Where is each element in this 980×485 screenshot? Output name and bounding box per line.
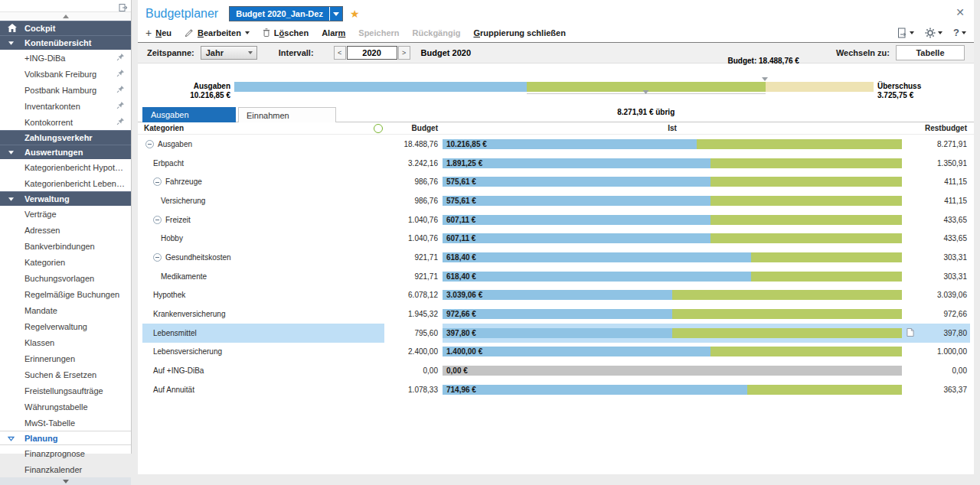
budget-select-value: Budget 2020_Jan-Dez xyxy=(230,7,329,21)
sidebar-item-kategorienbericht-lebensversiche[interactable]: Kategorienbericht Lebensversiche... xyxy=(0,175,131,191)
budget-bar-fill xyxy=(443,158,710,168)
collapse-minus-icon[interactable] xyxy=(153,216,162,224)
sidebar-header-kontenübersicht[interactable]: Kontenübersicht xyxy=(0,35,131,50)
pin-icon[interactable] xyxy=(116,101,125,111)
collapse-minus-icon[interactable] xyxy=(145,140,154,148)
rueckgaengig-button[interactable]: Rückgängig xyxy=(413,28,461,37)
table-row-freizeit[interactable]: Freizeit 1.040,76 607,11 € 433,65 xyxy=(138,210,974,229)
interval-value-field[interactable]: 2020 xyxy=(347,46,397,60)
panel-collapse-icon[interactable] xyxy=(119,2,128,15)
close-icon[interactable]: ✕ xyxy=(956,6,965,18)
budget-value: 921,71 xyxy=(384,272,443,281)
sidebar-item-ing-diba[interactable]: +ING-DiBa xyxy=(0,50,131,66)
loeschen-button[interactable]: Löschen xyxy=(263,28,309,37)
wechseln-label: Wechseln zu: xyxy=(836,48,890,57)
tab-strip: Ausgaben Einnahmen xyxy=(138,107,974,122)
pin-icon[interactable] xyxy=(116,69,125,79)
rest-cell: 411,15 xyxy=(902,191,970,210)
sidebar-item-inventarkonten[interactable]: Inventarkonten xyxy=(0,98,131,114)
budget-bar-track: 0,00 € xyxy=(443,366,902,376)
sidebar-scroll-up[interactable] xyxy=(0,12,131,21)
table-row-auf-annuität[interactable]: Auf Annuität 1.078,33 714,96 € 363,37 xyxy=(138,380,974,399)
category-name: Ausgaben xyxy=(158,140,192,148)
sidebar-header-auswertungen[interactable]: Auswertungen xyxy=(0,145,131,159)
interval-next-button[interactable]: > xyxy=(398,46,410,60)
budget-bar-track: 618,40 € xyxy=(443,272,902,282)
neu-button[interactable]: + Neu xyxy=(145,28,172,37)
sidebar-header-zahlungsverkehr[interactable]: Zahlungsverkehr xyxy=(0,130,131,145)
sidebar-item-erinnerungen[interactable]: Erinnerungen xyxy=(0,350,131,366)
pin-icon[interactable] xyxy=(116,85,125,95)
collapse-minus-icon[interactable] xyxy=(153,177,162,186)
bearbeiten-button[interactable]: Bearbeiten xyxy=(185,28,250,37)
sidebar-item-regelmäßige-buchungen[interactable]: Regelmäßige Buchungen xyxy=(0,286,131,302)
pin-icon[interactable] xyxy=(116,53,125,63)
table-row-lebensversicherung[interactable]: Lebensversicherung 2.400,00 1.400,00 € 1… xyxy=(138,343,974,362)
sidebar-item-volksbank-freiburg[interactable]: Volksbank Freiburg xyxy=(0,66,131,82)
restbudget-value: 3.039,06 xyxy=(937,291,967,299)
table-row-hobby[interactable]: Hobby 1.040,76 607,11 € 433,65 xyxy=(138,229,974,248)
table-row-lebensmittel[interactable]: Lebensmittel 795,60 397,80 € 397,80 xyxy=(138,324,974,343)
budget-value: 986,76 xyxy=(384,197,443,205)
table-row-auf-ing-diba[interactable]: Auf +ING-DiBa 0,00 0,00 € 0,00 xyxy=(138,361,974,380)
budget-bar-fill xyxy=(443,252,751,262)
sidebar-item-suchen-ersetzen[interactable]: Suchen & Ersetzen xyxy=(0,366,131,382)
ist-value: 1.400,00 € xyxy=(446,347,482,356)
category-name: Freizeit xyxy=(165,216,191,224)
table-row-hypothek[interactable]: Hypothek 6.078,12 3.039,06 € 3.039,06 xyxy=(138,286,974,305)
alarm-button[interactable]: Alarm xyxy=(322,28,345,37)
sidebar-item-adressen[interactable]: Adressen xyxy=(0,222,131,238)
table-row-krankenversicherung[interactable]: Krankenversicherung 1.945,32 972,66 € 97… xyxy=(138,304,974,324)
export-button[interactable] xyxy=(897,28,914,38)
tab-ausgaben[interactable]: Ausgaben xyxy=(142,107,236,122)
collapse-minus-icon[interactable] xyxy=(153,253,162,262)
sidebar-item-kontokorrent[interactable]: Kontokorrent xyxy=(0,114,131,130)
sidebar-item-buchungsvorlagen[interactable]: Buchungsvorlagen xyxy=(0,270,131,286)
table-row-medikamente[interactable]: Medikamente 921,71 618,40 € 303,31 xyxy=(138,267,974,286)
sidebar-header-planung[interactable]: Planung xyxy=(0,431,131,445)
table-row-ausgaben[interactable]: Ausgaben 18.488,76 10.216,85 € 8.271,91 xyxy=(138,135,974,154)
ist-bar-cell: 618,40 € xyxy=(443,248,902,267)
sidebar-item-finanzprognose[interactable]: Finanzprognose xyxy=(0,445,131,461)
ist-bar-cell: 575,61 € xyxy=(443,191,902,210)
interval-prev-button[interactable]: < xyxy=(334,46,346,60)
tab-einnahmen[interactable]: Einnahmen xyxy=(238,107,336,122)
sidebar-item-regelverwaltung[interactable]: Regelverwaltung xyxy=(0,318,131,334)
tabelle-button[interactable]: Tabelle xyxy=(896,45,965,60)
budget-select-arrow-icon[interactable] xyxy=(329,7,342,21)
sidebar-item-label: Verträge xyxy=(24,210,125,219)
sidebar-item-postbank-hamburg[interactable]: Postbank Hamburg xyxy=(0,82,131,98)
gruppierung-schliessen-button[interactable]: Gruppierung schließen xyxy=(473,28,565,37)
help-button[interactable]: ? xyxy=(953,27,966,38)
sidebar-item-klassen[interactable]: Klassen xyxy=(0,334,131,350)
sidebar-item-label: Klassen xyxy=(24,338,125,347)
summary-spent-label: Ausgaben 10.216,85 € xyxy=(142,63,234,107)
sidebar-header-cockpit[interactable]: Cockpit xyxy=(0,21,131,35)
table-row-gesundheitskosten[interactable]: Gesundheitskosten 921,71 618,40 € 303,31 xyxy=(138,248,974,267)
table-row-versicherung[interactable]: Versicherung 986,76 575,61 € 411,15 xyxy=(138,191,974,210)
favorite-star-icon[interactable]: ★ xyxy=(350,8,360,20)
sidebar-item-mandate[interactable]: Mandate xyxy=(0,302,131,318)
sidebar-item-bankverbindungen[interactable]: Bankverbindungen xyxy=(0,238,131,254)
sidebar-item-verträge[interactable]: Verträge xyxy=(0,206,131,222)
settings-button[interactable] xyxy=(925,28,942,38)
sidebar-item-währungstabelle[interactable]: Währungstabelle xyxy=(0,399,131,415)
column-ist: Ist xyxy=(443,124,902,132)
sidebar-item-freistellungsaufträge[interactable]: Freistellungsaufträge xyxy=(0,382,131,399)
sidebar-item-kategorienbericht-hypothek-und[interactable]: Kategorienbericht Hypothek und ... xyxy=(0,159,131,175)
add-category-icon[interactable] xyxy=(374,124,383,133)
sidebar-item-mwst-tabelle[interactable]: MwSt-Tabelle xyxy=(0,415,131,431)
sidebar-item-finanzkalender[interactable]: Finanzkalender xyxy=(0,461,131,477)
sidebar-item-kategorien[interactable]: Kategorien xyxy=(0,254,131,270)
sidebar-scroll-down[interactable] xyxy=(0,477,131,485)
section-arrow-icon xyxy=(8,194,15,203)
table-row-fahrzeuge[interactable]: Fahrzeuge 986,76 575,61 € 411,15 xyxy=(138,172,974,191)
speichern-button[interactable]: Speichern xyxy=(358,28,399,37)
sidebar-header-label: Cockpit xyxy=(24,24,55,33)
ist-value: 607,11 € xyxy=(446,233,475,243)
sidebar-header-verwaltung[interactable]: Verwaltung xyxy=(0,191,131,206)
pin-icon[interactable] xyxy=(116,117,125,127)
budget-select[interactable]: Budget 2020_Jan-Dez xyxy=(229,6,343,21)
zeitspanne-select[interactable]: Jahr xyxy=(201,46,257,60)
table-row-erbpacht[interactable]: Erbpacht 3.242,16 1.891,25 € 1.350,91 xyxy=(138,154,974,173)
